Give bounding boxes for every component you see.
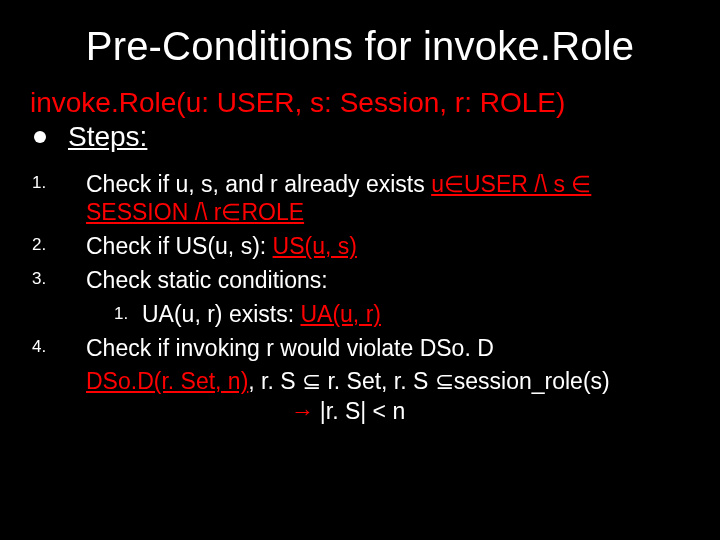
slide: Pre-Conditions for invoke.Role invoke.Ro… [0, 0, 720, 540]
steps-header: Steps: [30, 121, 690, 153]
arrow-icon: → [291, 398, 314, 424]
step-2: Check if US(u, s): US(u, s) [30, 229, 690, 263]
invoke-signature: invoke.Role(u: USER, s: Session, r: ROLE… [30, 87, 690, 119]
slide-title: Pre-Conditions for invoke.Role [30, 24, 690, 69]
bullet-icon [34, 131, 46, 143]
step-4: Check if invoking r would violate DSo. D [30, 331, 690, 365]
step-1: Check if u, s, and r already exists u∈US… [30, 167, 690, 229]
steps-list: Check if u, s, and r already exists u∈US… [30, 167, 690, 297]
step-2-text: Check if US(u, s): [86, 233, 273, 259]
step-4-conclusion: |r. S| < n [320, 398, 405, 424]
step-4-text: Check if invoking r would violate DSo. D [86, 335, 494, 361]
step-3: Check static conditions: [30, 263, 690, 297]
step-4-line3: →|r. S| < n [86, 397, 690, 425]
steps-label: Steps: [68, 121, 147, 153]
step-3-sub-text: UA(u, r) exists: [142, 301, 300, 327]
step-3-sub-num: 1. [114, 304, 142, 325]
step-2-cond: US(u, s) [273, 233, 357, 259]
step-3-text: Check static conditions: [86, 267, 328, 293]
steps-list-cont: Check if invoking r would violate DSo. D [30, 331, 690, 365]
step-4-rest: , r. S ⊆ r. Set, r. S ⊆session_role(s) [248, 368, 609, 394]
step-3-sub-cond: UA(u, r) [300, 301, 381, 327]
step-3-sub: 1.UA(u, r) exists: UA(u, r) [114, 300, 690, 328]
step-1-text: Check if u, s, and r already exists [86, 171, 431, 197]
step-4-dsod: DSo.D(r. Set, n) [86, 368, 248, 394]
step-4-line2: DSo.D(r. Set, n), r. S ⊆ r. Set, r. S ⊆s… [86, 367, 690, 395]
